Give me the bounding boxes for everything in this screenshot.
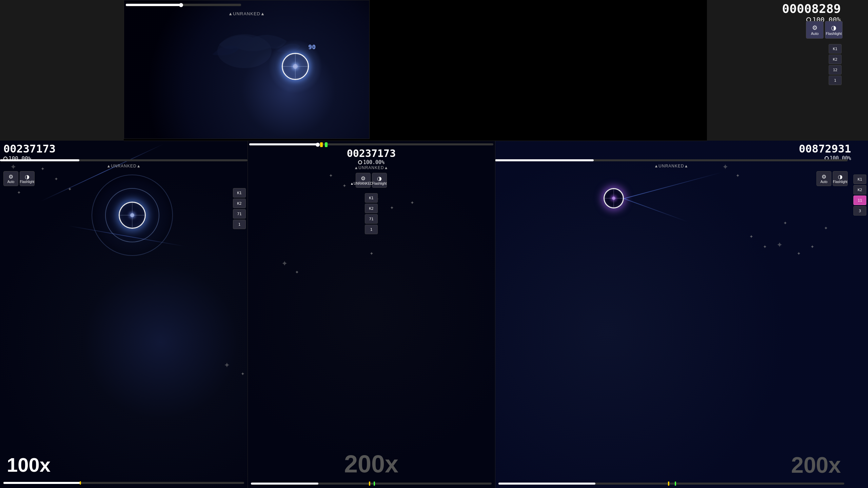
bl-k1c: 1: [233, 220, 246, 229]
left-gray-panel: [0, 0, 124, 141]
br-fl-label: Flashlight: [833, 180, 848, 184]
bc-bottom-progress: [251, 483, 492, 485]
bc-key-counters: K1 K2 71 1: [365, 193, 378, 234]
top-k2-counter: K2: [829, 55, 842, 64]
br-k2: K2: [853, 185, 866, 195]
flashlight-icon: ◑: [831, 24, 836, 32]
bc-auto-btn[interactable]: ⚙ ▲UNRANKED▲: [356, 173, 371, 188]
bc-mod-buttons[interactable]: ⚙ ▲UNRANKED▲ ◑ Flashlight: [356, 173, 387, 188]
bc-fl-label: Flashlight: [372, 182, 387, 185]
top-unranked-text: ▲UNRANKED▲: [228, 11, 265, 16]
top-key-counters: K1 K2 12 1: [829, 44, 842, 85]
hit-circle-top: 90: [282, 53, 309, 80]
br-score: 00872931: [495, 142, 851, 155]
divider-top-bottom: [124, 141, 707, 141]
bl-k1: K1: [233, 188, 246, 198]
gear-icon: ⚙: [812, 24, 817, 32]
bl-cross-v: [132, 203, 133, 228]
bl-auto-label: Auto: [7, 180, 15, 184]
bc-overlay: [248, 141, 495, 488]
bl-hit-circle: [119, 202, 146, 229]
br-unranked-text: ▲UNRANKED▲: [654, 164, 688, 168]
bl-multiplier: 100x: [7, 454, 51, 476]
top-flashlight-mod-button[interactable]: ◑ Flashlight: [825, 21, 843, 39]
br-multiplier-area: 200x: [791, 452, 841, 478]
bc-green-tick: [374, 482, 375, 486]
top-k12-counter: 12: [829, 65, 842, 75]
br-multiplier: 200x: [791, 452, 841, 477]
bl-k71: 71: [233, 209, 246, 219]
bc-k1c: 1: [365, 225, 378, 234]
star-7: ✦: [224, 361, 230, 370]
bl-k2: K2: [233, 199, 246, 208]
bc-progress-marker: [316, 143, 320, 147]
bl-hit-circle-container: [119, 202, 146, 229]
bl-multiplier-area: 100x: [7, 453, 51, 476]
br-star-5: ✦: [776, 241, 783, 249]
top-score: 00008289: [782, 2, 841, 16]
bc-star-7: ✦: [281, 259, 288, 268]
bottom-right-panel: ✦ ✦ ✦ ✦ ✦ ✦ ✦ ✦ ✦ 00872931 100.00% ▲UNRA…: [495, 141, 868, 488]
top-progress-fill: [126, 4, 181, 6]
divider-left-center: [248, 141, 248, 488]
top-play-area: 90 ▲UNRANKED▲: [124, 0, 369, 139]
bc-star-5: ✦: [410, 200, 414, 205]
bl-score-area: 00237173 100.00%: [3, 142, 56, 162]
br-auto-btn[interactable]: ⚙ Auto: [816, 171, 831, 186]
top-score-area: 00008289 100.00%: [782, 2, 841, 24]
bl-fl-mod-button[interactable]: ◑ Flashlight: [20, 171, 35, 186]
bc-k71: 71: [365, 214, 378, 224]
br-mod-buttons[interactable]: ⚙ Auto ◑ Flashlight: [495, 171, 848, 186]
top-auto-mod-button[interactable]: ⚙ Auto: [806, 21, 824, 39]
br-cross-v: [614, 189, 614, 207]
star-4: ✦: [54, 176, 58, 182]
top-unranked-label: ▲UNRANKED▲: [124, 11, 369, 17]
bc-progress-bar: [249, 143, 493, 145]
bl-mod-buttons[interactable]: ⚙ Auto ◑ Flashlight: [3, 171, 35, 186]
bl-unranked-text: ▲UNRANKED▲: [106, 164, 141, 168]
star-8: ✦: [241, 371, 245, 377]
br-key-counters: K1 K2 11 3: [853, 175, 866, 216]
br-k3: 3: [853, 206, 866, 216]
top-auto-label: Auto: [811, 32, 819, 36]
br-fl-btn[interactable]: ◑ Flashlight: [833, 171, 848, 186]
hit-number: 90: [308, 43, 316, 50]
br-progress-fill: [495, 159, 594, 161]
bl-score: 00237173: [3, 142, 56, 155]
br-star-8: ✦: [810, 244, 814, 249]
br-k11: 11: [853, 196, 866, 205]
br-hit-circle: [604, 188, 624, 208]
br-unranked: ▲UNRANKED▲: [495, 163, 848, 169]
br-hit-container: [604, 188, 624, 208]
br-star-3: ✦: [749, 234, 753, 239]
bl-fl-icon: ◑: [25, 174, 29, 180]
bl-auto-mod-button[interactable]: ⚙ Auto: [3, 171, 18, 186]
br-star-4: ✦: [763, 244, 767, 249]
top-progress-marker: [179, 3, 183, 7]
bl-gear-icon: ⚙: [8, 174, 13, 180]
top-mod-buttons[interactable]: ⚙ Auto ◑ Flashlight: [806, 21, 843, 39]
bc-multiplier-area: 200x: [248, 450, 495, 478]
bc-fl-icon: ◑: [377, 175, 382, 182]
bl-progress-marker: [80, 481, 81, 485]
divider-center-right: [495, 141, 495, 488]
bc-yellow-marker: [320, 142, 323, 147]
bc-score: 00237173: [248, 147, 495, 159]
bl-bottom-fill: [3, 482, 80, 484]
bc-star-4: ✦: [390, 205, 394, 210]
bc-progress-fill: [249, 143, 318, 145]
bc-k1: K1: [365, 193, 378, 203]
bc-score-area: 00237173 100.00%: [248, 147, 495, 165]
br-star-7: ✦: [797, 251, 801, 256]
bc-gear-icon: ⚙: [361, 175, 366, 182]
br-auto-label: Auto: [821, 180, 828, 184]
top-fl-label: Flashlight: [826, 32, 842, 36]
bc-unranked-text: ▲UNRANKED▲: [354, 165, 388, 170]
bc-unranked: ▲UNRANKED▲: [248, 164, 495, 170]
br-k1: K1: [853, 175, 866, 184]
br-overlay: [495, 141, 868, 488]
top-k1count-counter: 1: [829, 76, 842, 85]
br-star-6: ✦: [783, 220, 787, 226]
bc-fl-btn[interactable]: ◑ Flashlight: [372, 173, 387, 188]
star-5: ✦: [17, 190, 21, 195]
